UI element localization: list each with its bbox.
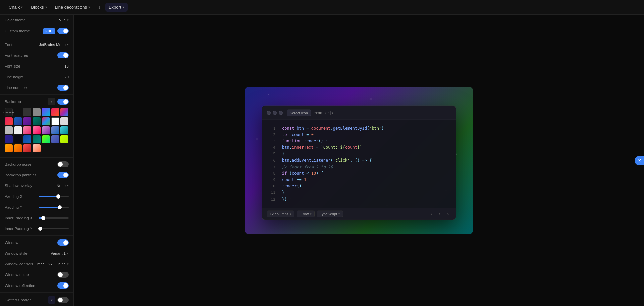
- color-swatch-red-pink[interactable]: [51, 108, 59, 116]
- code-window: Select icon example.js 1const btn = docu…: [262, 105, 456, 220]
- columns-chevron-icon: ▾: [290, 212, 291, 215]
- window-controls-value[interactable]: macOS - Outline ▾: [37, 262, 69, 266]
- twitter-badge-toggle[interactable]: [57, 297, 69, 303]
- color-theme-row: Color theme Vue ▾: [0, 15, 73, 26]
- color-swatch-rose[interactable]: [33, 126, 41, 134]
- color-swatch-red3[interactable]: [23, 144, 31, 152]
- window-noise-toggle[interactable]: [57, 272, 69, 278]
- backdrop-toggle[interactable]: [57, 99, 69, 105]
- inner-padding-y-slider[interactable]: [39, 228, 69, 229]
- color-swatch-black[interactable]: [14, 108, 22, 116]
- color-swatch-diagonal[interactable]: [60, 108, 68, 116]
- right-badge[interactable]: ✕: [635, 156, 644, 165]
- color-swatch-purple2[interactable]: [23, 117, 31, 125]
- nav-download-icon-btn[interactable]: ↓: [95, 2, 104, 12]
- prev-arrow-btn[interactable]: ‹: [428, 210, 435, 217]
- main-content: Select icon example.js 1const btn = docu…: [74, 15, 644, 306]
- color-swatch-amber[interactable]: [5, 144, 13, 152]
- nav-line-decorations[interactable]: Line decorations ▾: [52, 3, 93, 12]
- color-theme-chevron-icon: ▾: [67, 18, 69, 22]
- filename-label: example.js: [314, 110, 333, 115]
- color-swatch-dark-pur[interactable]: [5, 135, 13, 143]
- code-line: 6btn.addEventListener('click', () => {: [262, 157, 456, 164]
- color-swatch-teal2[interactable]: [33, 135, 41, 143]
- font-value[interactable]: JetBrains Mono ▾: [39, 43, 69, 47]
- window-style-value[interactable]: Variant 1 ▾: [51, 251, 69, 255]
- columns-pill[interactable]: 12 columns ▾: [267, 210, 294, 217]
- dot-minimize: [273, 111, 277, 115]
- line-height-value[interactable]: 20: [64, 75, 69, 79]
- line-numbers-toggle[interactable]: [57, 85, 69, 91]
- padding-y-slider[interactable]: [39, 207, 69, 208]
- padding-x-slider[interactable]: [39, 196, 69, 197]
- close-arrow-btn[interactable]: ×: [444, 210, 451, 217]
- window-title-area: Select icon example.js: [287, 109, 333, 116]
- color-swatch-multi2[interactable]: [42, 117, 50, 125]
- color-swatch-white[interactable]: [51, 117, 59, 125]
- backdrop-noise-label: Backdrop noise: [5, 162, 31, 166]
- color-swatch-lt-gray[interactable]: [14, 126, 22, 134]
- shadow-overlay-value[interactable]: None ▾: [57, 184, 69, 188]
- color-swatch-orange[interactable]: [14, 144, 22, 152]
- color-swatch-pink-red[interactable]: [5, 117, 13, 125]
- padding-x-row: Padding X: [0, 191, 73, 202]
- color-swatch-light[interactable]: [60, 117, 68, 125]
- twitter-badge-row: Twitter/X badge ▾: [0, 294, 73, 306]
- window-reflection-toggle[interactable]: [57, 282, 69, 289]
- color-theme-value[interactable]: Vue ▾: [59, 18, 69, 22]
- nav-blocks[interactable]: Blocks ▾: [28, 3, 50, 12]
- nav-chalk[interactable]: Chalk ▾: [5, 3, 26, 12]
- line-numbers-label: Line numbers: [5, 86, 28, 90]
- color-swatch-neon[interactable]: [42, 135, 50, 143]
- window-controls-row: Window controls macOS - Outline ▾: [0, 259, 73, 269]
- select-icon-button[interactable]: Select icon: [287, 109, 311, 116]
- color-swatch-cyan[interactable]: [60, 126, 68, 134]
- language-pill[interactable]: TypeScript ▾: [317, 210, 343, 217]
- main-layout: Color theme Vue ▾ Custom theme EDIT Font…: [0, 15, 644, 306]
- inner-padding-x-slider[interactable]: [39, 217, 69, 219]
- code-line: 3function render() {: [262, 138, 456, 144]
- color-swatch-indigo-blue[interactable]: [51, 126, 59, 134]
- color-swatch-lime[interactable]: [60, 135, 68, 143]
- color-swatch-deep-blue[interactable]: [23, 135, 31, 143]
- rows-pill[interactable]: 1 row ▾: [297, 210, 315, 217]
- nav-export[interactable]: Export ▾: [105, 3, 128, 12]
- custom-theme-toggle[interactable]: [57, 28, 69, 34]
- backdrop-particles-label: Backdrop particles: [5, 173, 37, 177]
- color-swatch-violet[interactable]: [42, 126, 50, 134]
- backdrop-particles-toggle[interactable]: [57, 172, 69, 178]
- color-swatch-teal-green[interactable]: [33, 117, 41, 125]
- window-controls-chevron-icon: ▾: [67, 262, 69, 266]
- color-swatch-dark[interactable]: [23, 108, 31, 116]
- window-toggle[interactable]: [57, 239, 69, 246]
- backdrop-expand-btn[interactable]: ↑: [48, 98, 55, 105]
- color-swatch-gray[interactable]: [33, 108, 41, 116]
- export-chevron-icon: ▾: [123, 5, 124, 9]
- backdrop-particles-row: Backdrop particles: [0, 170, 73, 180]
- window-style-label: Window style: [5, 251, 28, 255]
- twitter-badge-expand-btn[interactable]: ▾: [48, 296, 55, 304]
- backdrop-expand-icon: ↑: [51, 100, 53, 104]
- color-theme-label: Color theme: [5, 18, 26, 22]
- font-ligatures-toggle[interactable]: [57, 52, 69, 58]
- color-swatch-silver[interactable]: [5, 126, 13, 134]
- color-swatch-warm[interactable]: [33, 144, 41, 152]
- window-style-row: Window style Variant 1 ▾: [0, 248, 73, 259]
- next-arrow-btn[interactable]: ›: [436, 210, 443, 217]
- color-swatch-indigo2[interactable]: [51, 135, 59, 143]
- font-size-label: Font size: [5, 64, 20, 68]
- color-swatch-custom[interactable]: CUSTOM: [5, 108, 13, 116]
- color-swatch-blue2[interactable]: [14, 117, 22, 125]
- blocks-chevron-icon: ▾: [45, 5, 47, 9]
- edit-button[interactable]: EDIT: [43, 28, 55, 34]
- language-value: TypeScript: [320, 212, 337, 216]
- window-label: Window: [5, 241, 18, 245]
- color-swatch-purple-blue[interactable]: [42, 108, 50, 116]
- color-swatch-pink[interactable]: [23, 126, 31, 134]
- backdrop-noise-toggle[interactable]: [57, 161, 69, 167]
- backdrop-label: Backdrop: [5, 100, 21, 104]
- font-size-value[interactable]: 13: [64, 64, 69, 68]
- color-swatch-near-black[interactable]: [14, 135, 22, 143]
- nav-export-label: Export: [109, 5, 121, 10]
- color-grid: CUSTOM: [5, 108, 69, 152]
